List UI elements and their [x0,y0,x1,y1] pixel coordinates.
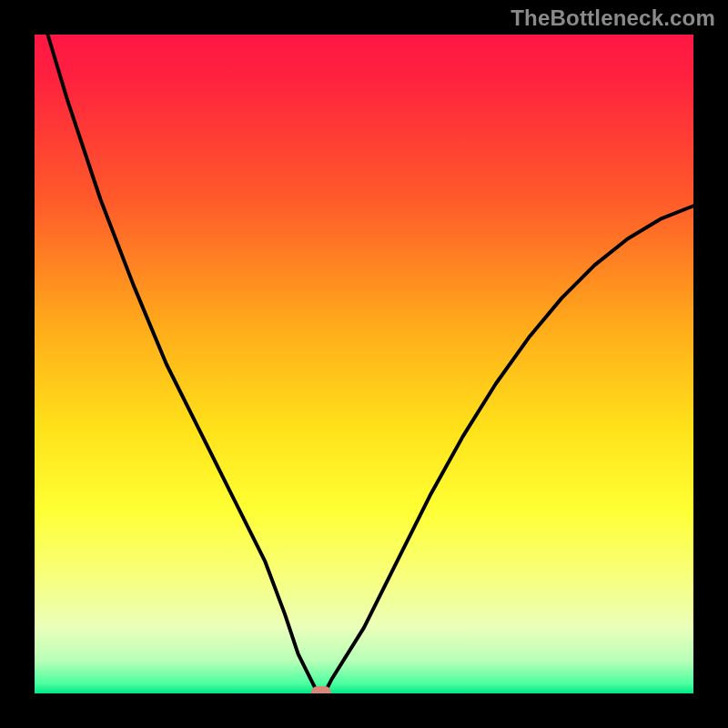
chart-frame [0,0,35,728]
watermark-text: TheBottleneck.com [511,5,715,31]
chart-frame [693,0,728,728]
gradient-background [35,35,693,693]
bottleneck-chart [0,0,728,728]
chart-frame [0,693,728,728]
